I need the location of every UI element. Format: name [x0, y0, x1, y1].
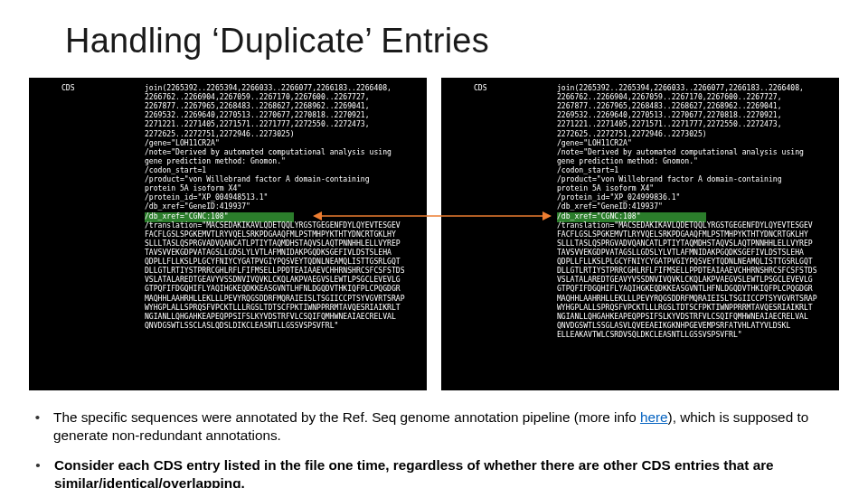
bullet-2: • Consider each CDS entry listed in the … — [33, 456, 835, 488]
cds-label-right: CDS — [474, 83, 487, 92]
bullet-1-pre: The specific sequences were annotated by… — [53, 409, 640, 425]
bullet-dot-icon: • — [33, 456, 43, 488]
terminal-left: CDS join(2265392..2265394,2266033..22660… — [29, 78, 427, 390]
bullet-2-text: Consider each CDS entry listed in the fi… — [54, 456, 835, 488]
cds-label-left: CDS — [61, 83, 75, 92]
terminal-left-body: join(2265392..2265394,2266033..2266077,2… — [145, 83, 416, 330]
terminal-right-body: join(2265392..2265394,2266033..2266077,2… — [557, 83, 828, 339]
more-info-link[interactable]: here — [640, 409, 668, 425]
terminal-right: CDS join(2265392..2265394,2266033..22660… — [441, 78, 839, 390]
bullet-dot-icon: • — [33, 408, 42, 444]
terminal-panels: CDS join(2265392..2265394,2266033..22660… — [29, 78, 839, 390]
bullet-1-text: The specific sequences were annotated by… — [53, 408, 835, 444]
bullet-list: • The specific sequences were annotated … — [33, 408, 835, 488]
bullet-2-bold: Consider each CDS entry listed in the fi… — [54, 457, 774, 488]
page-title: Handling ‘Duplicate’ Entries — [65, 22, 489, 61]
bullet-1: • The specific sequences were annotated … — [33, 408, 835, 444]
